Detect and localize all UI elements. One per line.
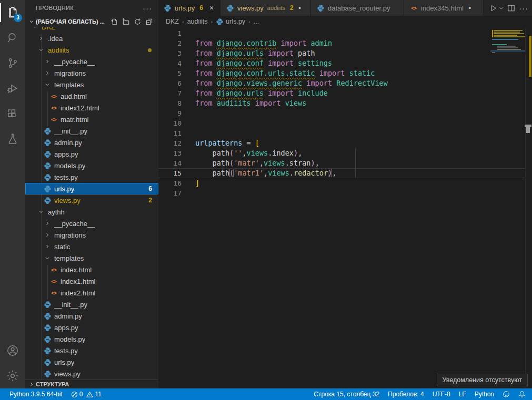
problems-status[interactable]: 0 11 xyxy=(67,388,107,400)
tree-item-models.py[interactable]: models.py xyxy=(25,333,158,345)
minimap[interactable] xyxy=(489,27,526,388)
tree-item-urls.py[interactable]: urls.py xyxy=(25,356,158,368)
tree-item-migrations[interactable]: migrations xyxy=(25,67,158,79)
tree-item-migrations[interactable]: migrations xyxy=(25,229,158,241)
tree-item-models.py[interactable]: models.py xyxy=(25,160,158,171)
code-line-5[interactable]: 5from django.conf.urls.static import sta… xyxy=(158,68,525,78)
tree-item-views.py[interactable]: views.py xyxy=(25,368,158,380)
breadcrumb-item-audiiits[interactable]: audiiits xyxy=(187,18,208,25)
code-line-13[interactable]: 13 path('',views.index), xyxy=(158,148,525,158)
feedback-smiley-icon[interactable] xyxy=(498,388,514,400)
workspace-section-header[interactable]: (РАБОЧАЯ ОБЛАСТЬ) ... xyxy=(25,16,158,27)
tree-item-tests.py[interactable]: tests.py xyxy=(25,345,158,356)
tree-item-urls.py[interactable]: urls.py6 xyxy=(25,183,158,194)
views-more-actions-icon[interactable]: ··· xyxy=(143,4,152,13)
collapse-folders-icon[interactable] xyxy=(144,17,154,26)
code-line-15[interactable]: 15 path('matr1',views.redactor), xyxy=(158,168,525,178)
editor-more-actions-icon[interactable]: ··· xyxy=(517,2,530,14)
chevron-right-icon[interactable] xyxy=(43,57,52,66)
language-mode-status[interactable]: Python xyxy=(470,388,498,400)
code-line-2[interactable]: 2from django.contrib import admin xyxy=(158,38,525,48)
notifications-bell-icon[interactable] xyxy=(514,388,527,400)
tree-item-tests.py[interactable]: tests.py xyxy=(25,171,158,183)
tree-item-aythh[interactable]: aythh xyxy=(25,206,158,218)
run-dropdown-chevron-icon[interactable] xyxy=(497,2,505,14)
breadcrumb-item-DKZ[interactable]: DKZ xyxy=(166,18,179,25)
tree-item-views.py[interactable]: views.py2 xyxy=(25,194,158,206)
code-line-14[interactable]: 14 path('matr',views.stran), xyxy=(158,158,525,168)
code-editor[interactable]: 12from django.contrib import admin3from … xyxy=(158,27,532,388)
chevron-down-icon[interactable] xyxy=(43,254,52,262)
tree-item-static[interactable]: static xyxy=(25,241,158,252)
tree-item-matr.html[interactable]: <>matr.html xyxy=(25,114,158,125)
search-icon[interactable] xyxy=(0,25,25,50)
chevron-right-icon[interactable] xyxy=(43,242,52,251)
cursor-position-status[interactable]: Строка 15, столбец 32 xyxy=(309,388,384,400)
eol-status[interactable]: LF xyxy=(455,388,470,400)
tree-item-index1.html[interactable]: <>index1.html xyxy=(25,275,158,287)
chevron-down-icon[interactable] xyxy=(31,27,39,31)
tab-views.py[interactable]: views.pyaudiiits2● xyxy=(220,0,311,16)
source-control-icon[interactable] xyxy=(0,50,25,76)
code-line-1[interactable]: 1 xyxy=(158,28,525,38)
breadcrumb-item-urls.py[interactable]: urls.py xyxy=(226,18,245,25)
tree-item-__pycache__[interactable]: __pycache__ xyxy=(25,218,158,229)
code-line-17[interactable]: 17 xyxy=(158,188,525,198)
encoding-status[interactable]: UTF-8 xyxy=(428,388,455,400)
settings-gear-icon[interactable] xyxy=(0,363,25,388)
tree-item-templates[interactable]: templates xyxy=(25,252,158,264)
code-line-16[interactable]: 16] xyxy=(158,178,525,188)
tab-database_roouter.py[interactable]: database_roouter.py xyxy=(311,0,404,16)
breadcrumb-item-...[interactable]: ... xyxy=(254,18,259,25)
tree-item-DKZ[interactable]: DKZ xyxy=(25,27,158,33)
code-line-11[interactable]: 11 xyxy=(158,128,525,138)
code-line-10[interactable]: 10 xyxy=(158,118,525,128)
code-line-7[interactable]: 7from django.urls import include xyxy=(158,88,525,98)
tree-item-index.html[interactable]: <>index.html xyxy=(25,264,158,275)
chevron-right-icon[interactable] xyxy=(43,231,52,239)
tree-item-index2.html[interactable]: <>index2.html xyxy=(25,287,158,299)
chevron-right-icon[interactable] xyxy=(37,34,45,43)
code-line-4[interactable]: 4from django.conf import settings xyxy=(158,58,525,68)
run-debug-icon[interactable] xyxy=(0,76,25,101)
close-icon[interactable]: × xyxy=(208,4,215,12)
code-line-9[interactable]: 9 xyxy=(158,108,525,118)
account-icon[interactable] xyxy=(0,338,25,363)
indentation-status[interactable]: Пробелов: 4 xyxy=(384,388,428,400)
chevron-down-icon[interactable] xyxy=(37,208,45,216)
tree-item-index12.html[interactable]: <>index12.html xyxy=(25,102,158,114)
python-interpreter-status[interactable]: Python 3.9.5 64-bit xyxy=(5,388,67,400)
outline-section-header[interactable]: СТРУКТУРА xyxy=(25,380,158,388)
tree-item-aud.html[interactable]: <>aud.html xyxy=(25,90,158,102)
split-editor-icon[interactable] xyxy=(505,2,517,14)
testing-icon[interactable] xyxy=(0,126,25,151)
overview-ruler[interactable] xyxy=(526,27,532,388)
chevron-down-icon[interactable] xyxy=(43,80,52,89)
tree-item-audiiits[interactable]: audiiits xyxy=(25,44,158,56)
tree-item-__init__.py[interactable]: __init__.py xyxy=(25,125,158,137)
scroll-marker[interactable] xyxy=(526,127,530,133)
chevron-down-icon[interactable] xyxy=(37,46,45,54)
tree-item-templates[interactable]: templates xyxy=(25,79,158,90)
refresh-icon[interactable] xyxy=(132,17,143,26)
explorer-icon[interactable]: 3 xyxy=(0,0,25,25)
chevron-right-icon[interactable] xyxy=(43,69,52,77)
code-line-6[interactable]: 6from django.views.generic import Redire… xyxy=(158,78,525,88)
chevron-right-icon[interactable] xyxy=(43,219,52,228)
code-line-12[interactable]: 12urlpatterns = [ xyxy=(158,138,525,148)
dirty-dot-icon[interactable]: ● xyxy=(468,5,471,11)
tree-item-.idea[interactable]: .idea xyxy=(25,33,158,44)
tab-index345.html[interactable]: <>index345.html● xyxy=(404,0,484,16)
dirty-dot-icon[interactable]: ● xyxy=(298,5,301,11)
tree-item-admin.py[interactable]: admin.py xyxy=(25,310,158,322)
tab-urls.py[interactable]: urls.py6× xyxy=(158,0,220,16)
tree-item-apps.py[interactable]: apps.py xyxy=(25,148,158,160)
tree-item-apps.py[interactable]: apps.py xyxy=(25,322,158,333)
extensions-icon[interactable] xyxy=(0,101,25,126)
code-line-8[interactable]: 8from audiiits import views xyxy=(158,98,525,108)
code-line-3[interactable]: 3from django.urls import path xyxy=(158,48,525,58)
new-folder-icon[interactable] xyxy=(121,17,131,26)
tree-item-__pycache__[interactable]: __pycache__ xyxy=(25,56,158,67)
tree-item-admin.py[interactable]: admin.py xyxy=(25,137,158,148)
tree-item-__init__.py[interactable]: __init__.py xyxy=(25,299,158,310)
